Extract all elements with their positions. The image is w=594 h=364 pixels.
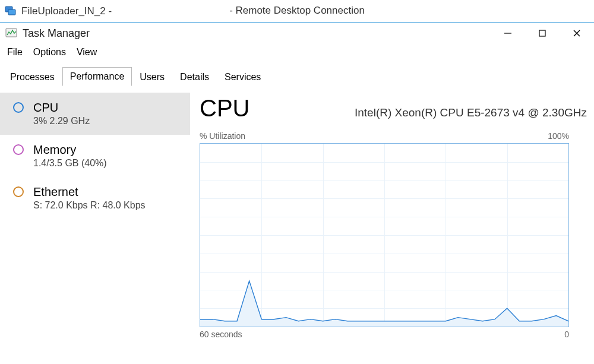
rdc-icon — [5, 5, 17, 17]
svg-rect-1 — [8, 10, 15, 15]
cpu-model: Intel(R) Xeon(R) CPU E5-2673 v4 @ 2.30GH… — [355, 106, 587, 119]
menu-view[interactable]: View — [72, 45, 102, 59]
svg-rect-4 — [539, 30, 545, 36]
menu-file[interactable]: File — [2, 45, 27, 59]
chart-labels-top: % Utilization 100% — [200, 131, 569, 141]
sidebar-item-cpu[interactable]: CPU 3% 2.29 GHz — [0, 93, 190, 135]
minimize-button[interactable] — [491, 23, 525, 44]
window-title: Task Manager — [23, 27, 90, 40]
sidebar: CPU 3% 2.29 GHz Memory 1.4/3.5 GB (40%) … — [0, 87, 190, 364]
menubar: File Options View — [0, 44, 594, 61]
rdc-title: - Remote Desktop Connection — [229, 5, 365, 17]
tab-services[interactable]: Services — [217, 68, 268, 86]
sidebar-cpu-title: CPU — [33, 101, 90, 115]
heading-cpu: CPU — [200, 95, 249, 122]
sidebar-ethernet-sub: S: 72.0 Kbps R: 48.0 Kbps — [33, 200, 146, 211]
maximize-icon — [538, 29, 546, 37]
rdc-machine-name: FileUploader_IN_2 - — [21, 5, 112, 17]
taskmanager-icon — [5, 27, 18, 40]
label-100pct: 100% — [548, 131, 569, 141]
cpu-ring-icon — [13, 102, 24, 113]
sidebar-memory-title: Memory — [33, 143, 107, 157]
taskmanager-titlebar: Task Manager — [0, 23, 594, 44]
tab-processes[interactable]: Processes — [2, 68, 62, 86]
menu-options[interactable]: Options — [29, 45, 71, 59]
close-icon — [573, 29, 581, 37]
memory-ring-icon — [13, 144, 24, 155]
sidebar-item-ethernet[interactable]: Ethernet S: 72.0 Kbps R: 48.0 Kbps — [0, 177, 190, 219]
content-header: CPU Intel(R) Xeon(R) CPU E5-2673 v4 @ 2.… — [200, 95, 587, 122]
chart-labels-bottom: 60 seconds 0 — [200, 330, 569, 339]
label-utilization: % Utilization — [200, 131, 245, 141]
ethernet-ring-icon — [13, 186, 24, 197]
window-controls — [491, 23, 594, 44]
label-0: 0 — [564, 330, 569, 339]
main: CPU 3% 2.29 GHz Memory 1.4/3.5 GB (40%) … — [0, 87, 594, 364]
content: CPU Intel(R) Xeon(R) CPU E5-2673 v4 @ 2.… — [190, 87, 594, 364]
minimize-icon — [504, 29, 512, 37]
sidebar-ethernet-title: Ethernet — [33, 185, 146, 199]
label-60s: 60 seconds — [200, 330, 242, 339]
rdc-titlebar: FileUploader_IN_2 - - Remote Desktop Con… — [0, 0, 594, 23]
svg-marker-7 — [200, 281, 568, 327]
cpu-chart — [200, 143, 569, 327]
close-button[interactable] — [560, 23, 594, 44]
sidebar-cpu-sub: 3% 2.29 GHz — [33, 116, 90, 126]
cpu-line — [200, 144, 568, 327]
sidebar-item-memory[interactable]: Memory 1.4/3.5 GB (40%) — [0, 135, 190, 177]
tabs: Processes Performance Users Details Serv… — [0, 67, 594, 87]
tab-users[interactable]: Users — [132, 68, 172, 86]
maximize-button[interactable] — [525, 23, 560, 44]
tab-details[interactable]: Details — [172, 68, 217, 86]
sidebar-memory-sub: 1.4/3.5 GB (40%) — [33, 158, 107, 169]
tab-performance[interactable]: Performance — [62, 67, 132, 86]
